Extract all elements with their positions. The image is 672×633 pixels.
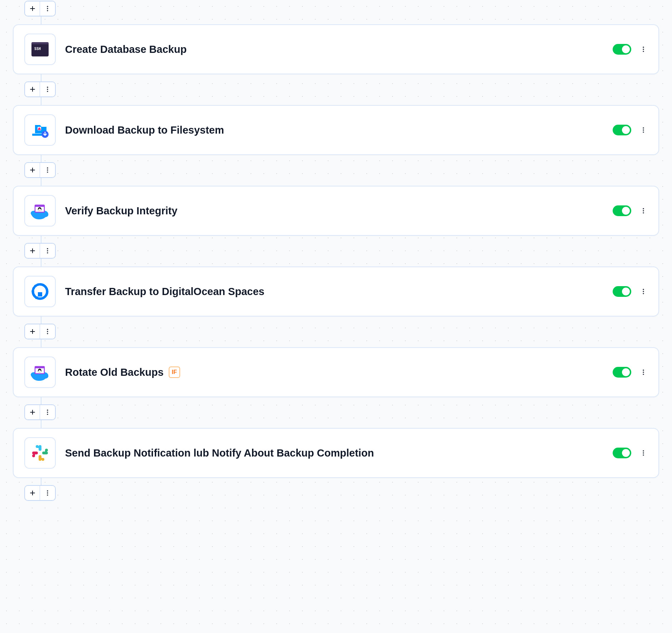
svg-point-72 (643, 450, 644, 452)
connector-options-button[interactable] (40, 82, 55, 96)
step-enabled-toggle[interactable] (613, 286, 631, 297)
svg-point-14 (47, 87, 48, 88)
step-actions (613, 446, 648, 460)
svg-point-78 (47, 492, 48, 493)
svg-point-23 (643, 131, 644, 133)
svg-point-40 (47, 248, 48, 249)
step-enabled-toggle[interactable] (613, 125, 631, 135)
svg-point-22 (643, 129, 644, 130)
step-options-button[interactable] (639, 123, 648, 137)
add-step-menu (24, 485, 56, 501)
workflow-step[interactable]: Rotate Old Backups IF (13, 347, 659, 397)
add-step-menu (24, 404, 56, 420)
svg-point-41 (47, 250, 48, 251)
svg-point-16 (47, 91, 48, 92)
add-step-button[interactable] (25, 324, 40, 339)
svg-point-11 (643, 51, 644, 52)
connector-options-button[interactable] (40, 324, 55, 339)
step-actions (613, 204, 648, 218)
step-title: Transfer Backup to DigitalOcean Spaces (65, 286, 613, 298)
svg-rect-69 (42, 452, 48, 454)
step-icon-container-linux (24, 357, 56, 388)
svg-point-4 (47, 10, 48, 11)
connector-options-button[interactable] (40, 486, 55, 500)
add-step-connector (13, 1, 659, 16)
svg-point-42 (47, 252, 48, 253)
step-options-button[interactable] (639, 365, 648, 379)
svg-point-2 (47, 6, 48, 7)
step-enabled-toggle[interactable] (613, 367, 631, 378)
workflow-step[interactable]: Verify Backup Integrity (13, 186, 659, 236)
svg-point-65 (47, 410, 48, 411)
add-step-button[interactable] (25, 486, 40, 500)
step-title: Verify Backup Integrity (65, 205, 613, 217)
step-title: Create Database Backup (65, 44, 613, 55)
connector-options-button[interactable] (40, 244, 55, 258)
svg-rect-43 (38, 292, 42, 296)
svg-point-51 (47, 329, 48, 330)
svg-point-35 (643, 208, 644, 209)
add-step-connector (13, 81, 659, 97)
add-step-button[interactable] (25, 244, 40, 258)
add-step-button[interactable] (25, 405, 40, 419)
svg-point-52 (47, 331, 48, 332)
svg-point-62 (643, 374, 644, 375)
step-options-button[interactable] (639, 204, 648, 218)
add-step-button[interactable] (25, 82, 40, 96)
svg-point-27 (47, 169, 48, 170)
step-enabled-toggle[interactable] (613, 448, 631, 458)
svg-point-53 (47, 333, 48, 334)
step-title-text: Create Database Backup (65, 44, 187, 55)
add-step-connector (13, 404, 659, 420)
step-title: Send Backup Notification lub Notify Abou… (65, 447, 613, 459)
svg-point-74 (643, 454, 644, 455)
svg-point-79 (47, 494, 48, 495)
svg-rect-44 (35, 296, 38, 299)
add-step-connector (13, 162, 659, 178)
svg-point-59 (40, 370, 41, 371)
svg-point-37 (643, 212, 644, 213)
connector-options-button[interactable] (40, 163, 55, 177)
connector-options-button[interactable] (40, 405, 55, 419)
step-title: Rotate Old Backups IF (65, 367, 613, 378)
svg-point-10 (643, 49, 644, 50)
svg-rect-30 (35, 205, 44, 207)
connector-options-button[interactable] (40, 1, 55, 16)
svg-point-3 (47, 8, 48, 9)
svg-point-77 (47, 490, 48, 492)
svg-point-60 (643, 370, 644, 371)
step-options-button[interactable] (639, 42, 648, 56)
svg-rect-45 (34, 295, 35, 296)
svg-text:SSH: SSH (34, 47, 41, 51)
workflow-step[interactable]: SSH Create Database Backup (13, 24, 659, 74)
step-title-text: Download Backup to Filesystem (65, 124, 224, 136)
svg-point-73 (643, 452, 644, 453)
workflow-step[interactable]: Send Backup Notification lub Notify Abou… (13, 428, 659, 478)
svg-point-9 (643, 47, 644, 48)
add-step-connector (13, 324, 659, 339)
svg-rect-70 (39, 455, 41, 461)
svg-rect-7 (31, 44, 49, 46)
svg-point-36 (643, 210, 644, 211)
add-step-button[interactable] (25, 163, 40, 177)
step-title-text: Verify Backup Integrity (65, 205, 177, 217)
step-enabled-toggle[interactable] (613, 205, 631, 216)
svg-point-66 (47, 412, 48, 413)
workflow-step[interactable]: Transfer Backup to DigitalOcean Spaces (13, 266, 659, 316)
step-options-button[interactable] (639, 446, 648, 460)
svg-point-33 (39, 209, 39, 209)
svg-point-26 (47, 168, 48, 169)
svg-point-21 (643, 128, 644, 129)
step-icon-slack (24, 437, 56, 469)
step-actions (613, 123, 648, 137)
step-enabled-toggle[interactable] (613, 44, 631, 55)
svg-point-61 (643, 372, 644, 373)
add-step-menu (24, 324, 56, 339)
step-options-button[interactable] (639, 284, 648, 299)
add-step-button[interactable] (25, 1, 40, 16)
add-step-menu (24, 1, 56, 16)
svg-point-67 (47, 414, 48, 415)
add-step-connector (13, 243, 659, 259)
add-step-menu (24, 162, 56, 178)
workflow-step[interactable]: Download Backup to Filesystem (13, 105, 659, 155)
